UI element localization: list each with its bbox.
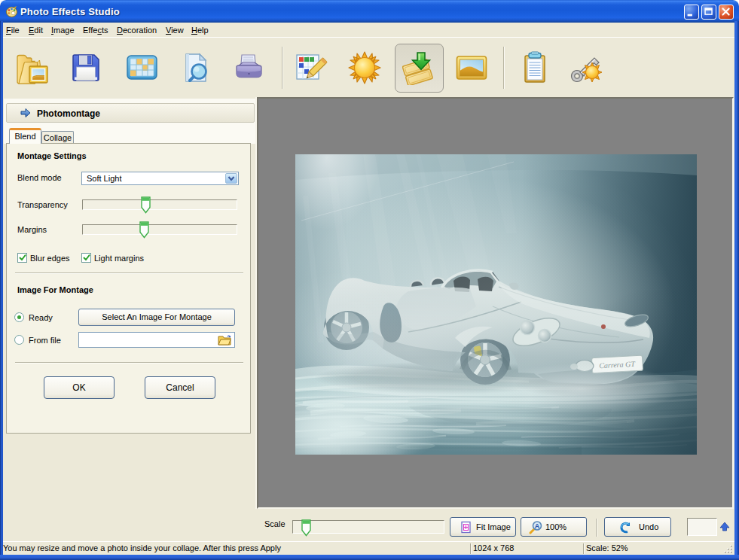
svg-text:A: A: [535, 522, 540, 530]
